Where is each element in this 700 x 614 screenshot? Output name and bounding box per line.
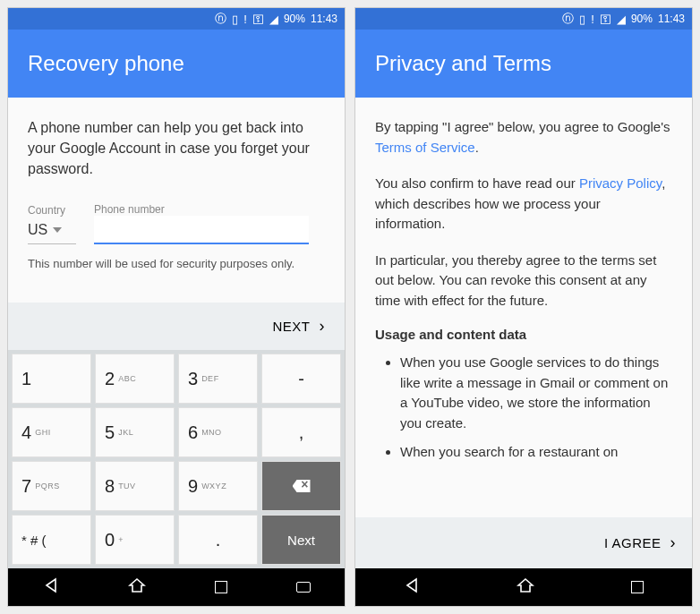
backspace-icon [293,480,311,492]
keyboard-icon[interactable] [296,582,311,593]
clock: 11:43 [658,13,685,25]
nav-home[interactable] [516,577,534,597]
country-select[interactable]: US [28,217,76,244]
key-comma[interactable]: , [261,407,341,457]
country-label: Country [28,204,76,217]
key-8[interactable]: 8TUV [95,461,175,511]
battery-label: 90% [284,13,305,25]
phone-label: Phone number [94,203,309,216]
description: A phone number can help you get back int… [28,117,325,180]
key-4[interactable]: 4GHI [12,407,91,457]
chevron-down-icon [53,227,62,233]
vibrate-icon: ▯ [579,13,585,26]
nav-back[interactable] [43,577,59,597]
content: By tapping "I agree" below, you agree to… [355,98,692,568]
nav-back[interactable] [404,577,420,597]
key-7[interactable]: 7PQRS [12,461,91,511]
page-title: Privacy and Terms [355,30,692,98]
phone-input[interactable] [94,216,309,244]
key-2[interactable]: 2ABC [95,354,175,404]
key-1[interactable]: 1 [12,354,91,404]
clock: 11:43 [311,13,337,25]
back-icon [43,577,59,593]
key-backspace[interactable] [261,461,341,511]
nav-recents[interactable] [215,581,227,593]
key-9[interactable]: 9WXYZ [178,461,258,511]
home-icon [128,577,146,593]
key-6[interactable]: 6MNO [178,407,258,457]
svg-marker-3 [518,579,533,592]
alert-icon: ! [591,13,594,26]
key-symbols[interactable]: * # ( [12,515,91,565]
nfc-icon: ⓝ [562,11,574,27]
key-dash[interactable]: - [261,354,341,404]
status-bar: ⓝ ▯ ! ⚿ ◢ 90% 11:43 [355,8,692,30]
agree-label: I AGREE [604,535,662,550]
list-item: When you use Google services to do thing… [400,353,672,433]
nav-bar [355,568,692,606]
security-hint: This number will be used for security pu… [28,257,325,270]
key-5[interactable]: 5JKL [95,407,175,457]
alert-icon: ! [243,13,247,26]
recovery-phone-screen: ⓝ ▯ ! ⚿ ◢ 90% 11:43 Recovery phone A pho… [7,7,346,607]
back-icon [404,577,420,593]
country-field: Country US [28,204,76,244]
next-button[interactable]: NEXT › [8,303,345,350]
content: A phone number can help you get back int… [8,98,345,303]
svg-marker-0 [47,579,55,592]
paragraph-consent: In particular, you thereby agree to the … [375,251,672,311]
key-0[interactable]: 0+ [95,515,175,565]
key-period[interactable]: . [178,515,258,565]
privacy-policy-link[interactable]: Privacy Policy [579,175,662,191]
numeric-keypad: 1 2ABC 3DEF - 4GHI 5JKL 6MNO , 7PQRS 8TU… [8,350,345,568]
agree-button[interactable]: I AGREE › [355,517,692,568]
chevron-right-icon: › [320,317,326,336]
svg-marker-1 [130,579,144,592]
vibrate-icon: ▯ [232,13,238,26]
chevron-right-icon: › [670,533,677,552]
battery-label: 90% [631,13,653,25]
nav-home[interactable] [128,577,146,597]
page-title: Recovery phone [8,30,345,98]
privacy-terms-screen: ⓝ ▯ ! ⚿ ◢ 90% 11:43 Privacy and Terms By… [354,7,693,607]
next-label: NEXT [272,319,310,334]
signal-icon: ◢ [269,13,278,26]
phone-field: Phone number [94,203,309,244]
phone-fields: Country US Phone number [28,203,325,244]
usage-data-subhead: Usage and content data [375,327,672,342]
home-icon [516,577,534,593]
paragraph-tos: By tapping "I agree" below, you agree to… [375,117,672,158]
status-bar: ⓝ ▯ ! ⚿ ◢ 90% 11:43 [8,8,345,30]
svg-marker-2 [407,579,416,592]
terms-of-service-link[interactable]: Terms of Service [375,140,475,155]
wifi-icon: ⚿ [600,13,611,26]
usage-data-list: When you use Google services to do thing… [375,353,672,463]
nfc-icon: ⓝ [215,11,226,27]
signal-icon: ◢ [617,13,626,26]
country-value: US [28,222,47,238]
list-item: When you search for a restaurant on [400,442,672,463]
nav-recents[interactable] [631,581,644,593]
key-next[interactable]: Next [261,515,341,565]
wifi-icon: ⚿ [252,13,264,26]
paragraph-privacy: You also confirm to have read our Privac… [375,174,672,235]
nav-bar [8,568,345,606]
key-3[interactable]: 3DEF [178,354,258,404]
